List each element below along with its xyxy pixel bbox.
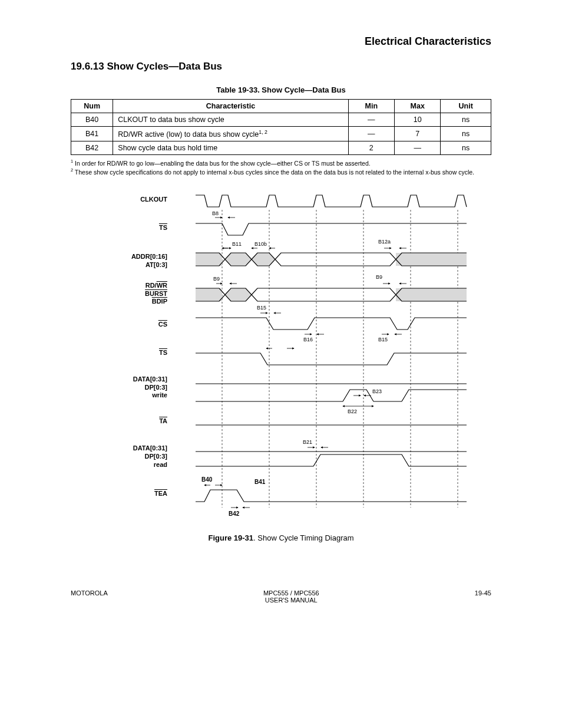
footer-center: MPC555 / MPC556 USER'S MANUAL <box>263 589 319 604</box>
cell-num: B40 <box>71 113 113 127</box>
label-ta: TA <box>159 417 167 426</box>
label-rw: RD/WRBURSTBDIP <box>71 276 167 312</box>
dim-b15: B15 <box>257 305 266 311</box>
cell-min: 2 <box>348 141 394 155</box>
cell-char: CLKOUT to data bus show cycle <box>113 113 348 127</box>
label-tea: TEA <box>154 490 167 498</box>
cell-num: B41 <box>71 127 113 141</box>
svg-rect-16 <box>196 288 222 301</box>
svg-rect-17 <box>396 288 467 301</box>
dim-b9b: B9 <box>376 274 382 280</box>
cell-max: 7 <box>395 127 441 141</box>
svg-rect-9 <box>396 253 467 266</box>
label-ts2: TS <box>159 349 167 357</box>
col-max: Max <box>395 100 441 113</box>
svg-text:B40: B40 <box>201 476 213 483</box>
dim-b9: B9 <box>213 276 220 282</box>
page-footer: MOTOROLA MPC555 / MPC556 USER'S MANUAL 1… <box>71 589 491 604</box>
section-header: Electrical Characteristics <box>71 35 491 48</box>
table-row: B40 CLKOUT to data bus show cycle — 10 n… <box>71 113 491 127</box>
table-header-row: Num Characteristic Min Max Unit <box>71 100 491 113</box>
cell-max: 10 <box>395 113 441 127</box>
label-data-read: DATA[0:31] DP[0:3] read <box>71 435 167 479</box>
dim-b22: B22 <box>348 409 357 414</box>
svg-text:B41: B41 <box>254 479 266 485</box>
col-num: Num <box>71 100 113 113</box>
dim-b23: B23 <box>372 388 382 394</box>
dim-b12a: B12a <box>378 239 391 245</box>
subsection-heading: 19.6.13 Show Cycles—Data Bus <box>71 61 491 73</box>
table-caption: Table 19-33. Show Cycle—Data Bus <box>71 85 491 94</box>
table-row: B42 Show cycle data bus hold time 2 — ns <box>71 141 491 155</box>
dim-b8: B8 <box>212 210 219 216</box>
label-clkout: CLKOUT <box>140 196 167 204</box>
label-cs: CS <box>158 321 167 329</box>
label-ts: TS <box>159 224 167 232</box>
cell-char: RD/WR active (low) to data bus show cycl… <box>113 127 348 141</box>
col-unit: Unit <box>441 100 491 113</box>
dim-b15b: B15 <box>378 337 388 342</box>
cell-unit: ns <box>441 127 491 141</box>
col-char: Characteristic <box>113 100 348 113</box>
timing-svg: B8 B11 B10b B12a <box>171 189 491 519</box>
dim-b16: B16 <box>303 337 313 342</box>
cell-char: Show cycle data bus hold time <box>113 141 348 155</box>
cell-min: — <box>348 113 394 127</box>
label-addr: ADDR[0:16] AT[0:3] <box>71 246 167 276</box>
cell-max: — <box>395 141 441 155</box>
col-min: Min <box>348 100 394 113</box>
cell-unit: ns <box>441 141 491 155</box>
label-data-write: DATA[0:31] DP[0:3] write <box>71 368 167 408</box>
svg-rect-8 <box>196 253 222 266</box>
spec-table: Num Characteristic Min Max Unit B40 CLKO… <box>71 99 491 155</box>
footer-left: MOTOROLA <box>71 589 108 604</box>
footnotes: 1 In order for RD/WR to go low—enabling … <box>71 159 491 176</box>
svg-text:B42: B42 <box>229 510 240 517</box>
table-row: B41 RD/WR active (low) to data bus show … <box>71 127 491 141</box>
dim-b11: B11 <box>232 241 242 247</box>
timing-diagram: CLKOUT TS ADDR[0:16] AT[0:3] RD/WRBURSTB… <box>71 189 491 519</box>
cell-unit: ns <box>441 113 491 127</box>
cell-num: B42 <box>71 141 113 155</box>
dim-b10b: B10b <box>254 241 267 247</box>
figure-caption: Figure 19-31. Show Cycle Timing Diagram <box>71 533 491 542</box>
cell-min: — <box>348 127 394 141</box>
svg-text:B21: B21 <box>303 439 312 445</box>
footer-right: 19-45 <box>475 589 491 604</box>
